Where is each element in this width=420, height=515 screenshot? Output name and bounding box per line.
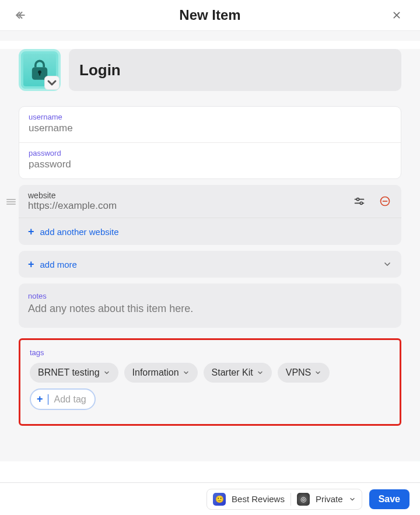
password-field[interactable]: password password bbox=[19, 142, 401, 178]
username-field[interactable]: username username bbox=[19, 107, 401, 142]
tag-label: Starter Kit bbox=[212, 367, 253, 378]
save-button[interactable]: Save bbox=[369, 489, 410, 509]
add-tag-placeholder: Add tag bbox=[54, 394, 86, 405]
tag-label: Information bbox=[132, 367, 179, 378]
text-cursor bbox=[48, 394, 48, 405]
notes-field[interactable]: notes Add any notes about this item here… bbox=[19, 283, 401, 328]
add-website-label: add another website bbox=[40, 227, 119, 237]
vault-name: Private bbox=[316, 494, 343, 504]
separator bbox=[290, 493, 291, 506]
chevron-down-icon bbox=[45, 72, 59, 93]
plus-icon: + bbox=[28, 226, 34, 237]
tag-pill[interactable]: Starter Kit bbox=[204, 363, 272, 383]
dialog-header: New Item bbox=[0, 0, 420, 30]
svg-point-13 bbox=[360, 202, 362, 204]
add-more-button[interactable]: + add more bbox=[19, 251, 401, 278]
chevron-down-icon bbox=[349, 496, 356, 503]
username-label: username bbox=[29, 113, 391, 121]
tags-section: tags BRNET testing Information Starter K… bbox=[19, 338, 401, 426]
svg-point-11 bbox=[356, 198, 359, 201]
account-icon: 🙂 bbox=[213, 493, 226, 506]
divider bbox=[0, 30, 420, 41]
password-label: password bbox=[29, 149, 391, 157]
chevron-down-icon bbox=[183, 369, 190, 376]
website-value: https://example.com bbox=[28, 200, 352, 212]
tags-label: tags bbox=[30, 348, 390, 357]
add-tag-input[interactable]: + Add tag bbox=[30, 388, 96, 410]
notes-label: notes bbox=[28, 292, 392, 300]
category-picker-chevron[interactable] bbox=[44, 76, 60, 90]
website-settings-button[interactable] bbox=[352, 194, 366, 208]
item-category-icon[interactable] bbox=[19, 49, 61, 91]
vault-picker[interactable]: 🙂 Best Reviews ◎ Private bbox=[206, 489, 362, 510]
svg-rect-6 bbox=[39, 72, 40, 76]
notes-placeholder: Add any notes about this item here. bbox=[28, 303, 392, 315]
add-website-button[interactable]: + add another website bbox=[19, 218, 401, 245]
page-title: New Item bbox=[179, 7, 240, 23]
sliders-icon bbox=[354, 195, 365, 207]
tag-row: BRNET testing Information Starter Kit VP… bbox=[30, 363, 390, 410]
chevron-down-icon bbox=[103, 369, 110, 376]
title-row: Login bbox=[19, 49, 401, 91]
username-value: username bbox=[29, 122, 391, 134]
chevron-down-icon bbox=[314, 369, 321, 376]
plus-icon: + bbox=[37, 393, 43, 405]
dialog-footer: 🙂 Best Reviews ◎ Private Save bbox=[0, 482, 420, 515]
credentials-card: username username password password bbox=[19, 106, 401, 179]
website-section: website https://example.com bbox=[19, 185, 401, 245]
item-title-input[interactable]: Login bbox=[69, 49, 401, 91]
remove-icon bbox=[379, 195, 391, 207]
tag-label: VPNS bbox=[286, 367, 312, 378]
website-label: website bbox=[28, 191, 352, 200]
tag-pill[interactable]: Information bbox=[124, 363, 198, 383]
drag-handle-icon[interactable] bbox=[6, 198, 16, 206]
chevron-down-icon bbox=[257, 369, 264, 376]
account-name: Best Reviews bbox=[232, 494, 285, 504]
tag-label: BRNET testing bbox=[38, 367, 100, 378]
chevron-down-icon bbox=[383, 260, 392, 269]
vault-icon: ◎ bbox=[297, 493, 310, 506]
tag-pill[interactable]: BRNET testing bbox=[30, 363, 118, 383]
website-remove-button[interactable] bbox=[378, 194, 392, 208]
add-more-label: add more bbox=[40, 260, 77, 269]
back-button[interactable] bbox=[13, 8, 28, 23]
add-more-section: + add more bbox=[19, 251, 401, 278]
close-button[interactable] bbox=[391, 9, 402, 21]
website-field[interactable]: website https://example.com bbox=[19, 185, 401, 218]
plus-icon: + bbox=[28, 259, 34, 269]
password-value: password bbox=[29, 159, 391, 170]
tag-pill[interactable]: VPNS bbox=[278, 363, 330, 383]
